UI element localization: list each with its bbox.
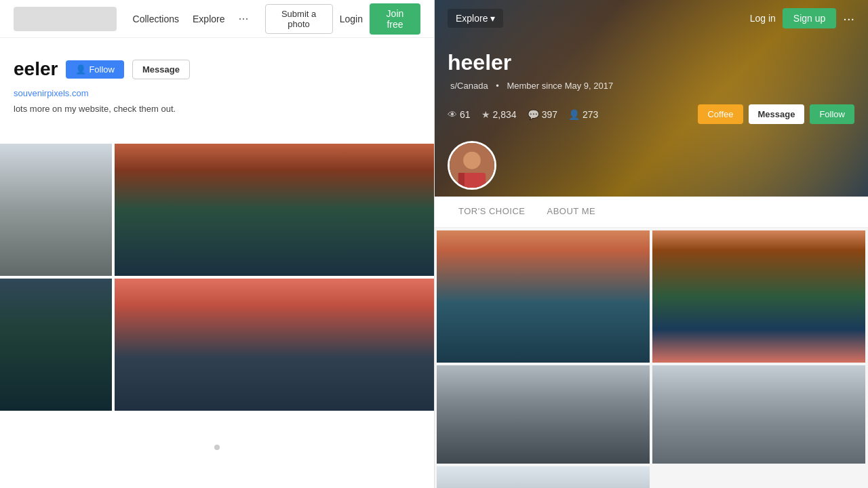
right-photo-5[interactable] <box>437 466 650 488</box>
profile-member-since: Member since May 9, 2017 <box>507 81 613 91</box>
avatar-image <box>450 143 494 188</box>
right-stats-row: 👁 61 ★ 2,834 💬 397 👤 273 <box>448 104 854 124</box>
right-login-button[interactable]: Log in <box>750 13 776 24</box>
stat-followers: 👤 273 <box>568 109 598 120</box>
tab-about-me-label: ABOUT ME <box>547 206 596 216</box>
left-nav-links: Collections Explore ··· <box>133 12 249 26</box>
nav-explore[interactable]: Explore <box>193 14 224 24</box>
right-photo-2[interactable] <box>652 230 865 363</box>
right-top-nav: Explore ▾ Log in Sign up ··· <box>434 0 868 37</box>
right-nav-actions: Log in Sign up ··· <box>750 8 854 28</box>
left-photo-row-2 <box>0 279 434 411</box>
right-profile-info: heeler s/Canada • Member since May 9, 20… <box>434 37 868 135</box>
left-panel: Collections Explore ··· Submit a photo L… <box>0 0 434 488</box>
nav-collections[interactable]: Collections <box>133 14 179 24</box>
tab-editors-choice[interactable]: TOR'S CHOICE <box>448 197 536 227</box>
login-button[interactable]: Login <box>340 14 363 24</box>
chevron-down-icon: ▾ <box>490 13 495 24</box>
left-photo-1[interactable] <box>0 144 112 276</box>
explore-dropdown-button[interactable]: Explore ▾ <box>448 9 503 28</box>
profile-website[interactable]: souvenirpixels.com <box>14 88 420 98</box>
explore-label: Explore <box>456 13 488 24</box>
star-icon: ★ <box>481 109 490 120</box>
right-photos-grid <box>434 228 868 488</box>
svg-point-1 <box>463 152 481 169</box>
avatar <box>448 141 496 190</box>
tab-about-me[interactable]: ABOUT ME <box>536 197 607 227</box>
left-photos-area <box>0 144 434 481</box>
tab-editors-choice-label: TOR'S CHOICE <box>458 206 526 216</box>
loading-dot <box>214 445 220 450</box>
left-nav: Collections Explore ··· Submit a photo L… <box>0 0 434 38</box>
right-message-button[interactable]: Message <box>749 104 805 124</box>
left-photo-4[interactable] <box>115 279 434 411</box>
stat-comments: 💬 397 <box>528 109 557 120</box>
panel-divider <box>434 0 435 488</box>
follow-icon: 👤 <box>75 64 86 75</box>
right-more-button[interactable]: ··· <box>843 11 854 26</box>
followers-icon: 👤 <box>568 109 580 120</box>
follow-button[interactable]: 👤 Follow <box>66 60 124 79</box>
right-action-buttons: Coffee Message Follow <box>698 104 854 124</box>
right-stats: 👁 61 ★ 2,834 💬 397 👤 273 <box>448 109 598 120</box>
followers-count: 273 <box>583 109 598 120</box>
left-profile-area: eeler 👤 Follow Message souvenirpixels.co… <box>0 38 434 141</box>
eye-icon: 👁 <box>448 109 457 120</box>
stat-views: 👁 61 <box>448 109 471 120</box>
right-tabs: TOR'S CHOICE ABOUT ME <box>434 197 868 228</box>
left-logo <box>14 7 117 31</box>
likes-count: 2,834 <box>493 109 517 120</box>
right-photo-3[interactable] <box>437 365 650 464</box>
left-photo-2[interactable] <box>115 144 434 276</box>
right-panel: Explore ▾ Log in Sign up ··· <box>434 0 868 488</box>
profile-name-row: eeler 👤 Follow Message <box>14 58 420 80</box>
right-profile-name: heeler <box>448 50 854 75</box>
profile-bio: lots more on my website, check them out. <box>14 104 420 114</box>
join-free-button[interactable]: Join free <box>370 3 420 35</box>
svg-rect-4 <box>458 173 465 188</box>
follow-label: Follow <box>89 64 115 75</box>
meta-dot: • <box>496 81 501 91</box>
coffee-button[interactable]: Coffee <box>698 104 743 124</box>
message-button[interactable]: Message <box>132 60 190 79</box>
submit-photo-button[interactable]: Submit a photo <box>265 4 333 34</box>
right-profile-meta: s/Canada • Member since May 9, 2017 <box>448 81 854 91</box>
comment-icon: 💬 <box>528 109 539 120</box>
views-count: 61 <box>460 109 471 120</box>
right-header: Explore ▾ Log in Sign up ··· <box>434 0 868 197</box>
loading-indicator <box>0 413 434 481</box>
comments-count: 397 <box>542 109 557 120</box>
nav-more-icon[interactable]: ··· <box>239 12 249 26</box>
profile-location: s/Canada <box>450 81 488 91</box>
profile-name: eeler <box>14 58 58 80</box>
right-follow-button[interactable]: Follow <box>810 104 854 124</box>
left-photo-row-1 <box>0 144 434 276</box>
left-nav-actions: Submit a photo Login Join free <box>265 3 420 35</box>
right-signup-button[interactable]: Sign up <box>783 8 836 28</box>
stat-likes: ★ 2,834 <box>481 109 517 120</box>
left-photo-3[interactable] <box>0 279 112 411</box>
right-photo-4[interactable] <box>652 365 865 464</box>
right-photo-1[interactable] <box>437 230 650 363</box>
